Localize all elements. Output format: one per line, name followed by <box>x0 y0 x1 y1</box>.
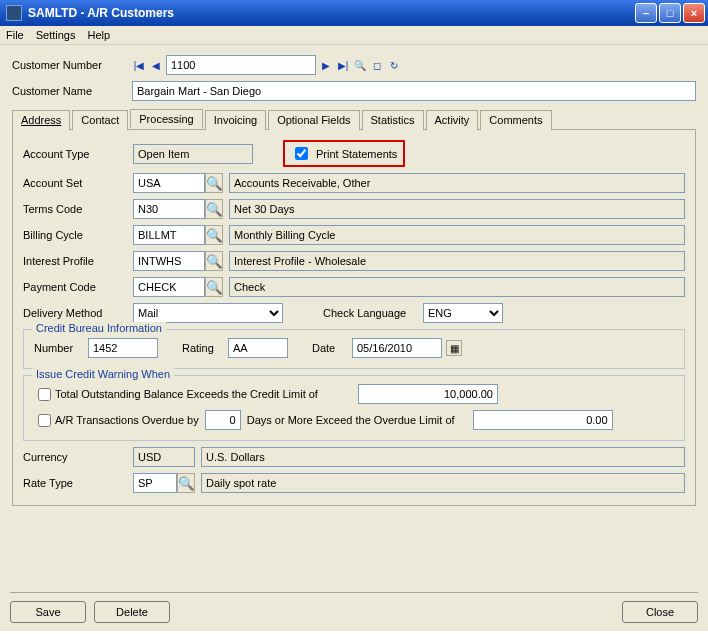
print-statements-label: Print Statements <box>316 148 397 160</box>
interest-profile-label: Interest Profile <box>23 255 133 267</box>
payment-code-finder-icon[interactable]: 🔍 <box>205 277 223 297</box>
currency-label: Currency <box>23 451 133 463</box>
finder-icon[interactable]: 🔍 <box>353 58 367 72</box>
tab-strip: Address Contact Processing Invoicing Opt… <box>12 109 696 130</box>
menu-file[interactable]: File <box>6 29 24 41</box>
overdue-checkbox[interactable] <box>38 414 51 427</box>
customer-number-row: Customer Number |◀ ◀ ▶ ▶| 🔍 ◻ ↻ <box>12 55 696 75</box>
account-type-field[interactable] <box>133 144 253 164</box>
nav-prev-icon[interactable]: ◀ <box>149 58 163 72</box>
terms-code-desc <box>229 199 685 219</box>
customer-name-input[interactable] <box>132 81 696 101</box>
credit-bureau-group: Credit Bureau Information Number Rating … <box>23 329 685 369</box>
button-bar: Save Delete Close <box>10 592 698 623</box>
account-set-finder-icon[interactable]: 🔍 <box>205 173 223 193</box>
nav-next-icon[interactable]: ▶ <box>319 58 333 72</box>
tab-invoicing[interactable]: Invoicing <box>205 110 266 130</box>
billing-cycle-label: Billing Cycle <box>23 229 133 241</box>
menu-settings[interactable]: Settings <box>36 29 76 41</box>
billing-cycle-input[interactable] <box>133 225 205 245</box>
currency-input <box>133 447 195 467</box>
app-icon <box>6 5 22 21</box>
bureau-number-label: Number <box>34 342 88 354</box>
delivery-method-label: Delivery Method <box>23 307 133 319</box>
credit-warning-group: Issue Credit Warning When Total Outstand… <box>23 375 685 441</box>
credit-warning-legend: Issue Credit Warning When <box>32 368 174 380</box>
window-title: SAMLTD - A/R Customers <box>28 6 635 20</box>
check-language-label: Check Language <box>323 307 423 319</box>
overdue-suffix-label: Days or More Exceed the Overdue Limit of <box>247 414 455 426</box>
customer-name-row: Customer Name <box>12 81 696 101</box>
print-statements-highlight: Print Statements <box>283 140 405 167</box>
rate-type-label: Rate Type <box>23 477 133 489</box>
refresh-icon[interactable]: ↻ <box>387 58 401 72</box>
close-window-button[interactable]: × <box>683 3 705 23</box>
billing-cycle-desc <box>229 225 685 245</box>
tab-address[interactable]: Address <box>12 110 70 130</box>
tab-processing[interactable]: Processing <box>130 109 202 129</box>
bureau-date-input[interactable] <box>352 338 442 358</box>
credit-bureau-legend: Credit Bureau Information <box>32 322 166 334</box>
overdue-limit-input[interactable] <box>473 410 613 430</box>
overdue-prefix-label: A/R Transactions Overdue by <box>55 414 199 426</box>
calendar-icon[interactable]: ▦ <box>446 340 462 356</box>
billing-cycle-finder-icon[interactable]: 🔍 <box>205 225 223 245</box>
tab-optional-fields[interactable]: Optional Fields <box>268 110 359 130</box>
client-area: Customer Number |◀ ◀ ▶ ▶| 🔍 ◻ ↻ Customer… <box>0 45 708 631</box>
processing-page: Account Type Print Statements Account Se… <box>12 130 696 506</box>
customer-number-input[interactable] <box>166 55 316 75</box>
bureau-date-label: Date <box>312 342 352 354</box>
account-set-input[interactable] <box>133 173 205 193</box>
payment-code-label: Payment Code <box>23 281 133 293</box>
check-language-select[interactable]: ENG <box>423 303 503 323</box>
nav-last-icon[interactable]: ▶| <box>336 58 350 72</box>
payment-code-desc <box>229 277 685 297</box>
save-button[interactable]: Save <box>10 601 86 623</box>
bureau-number-input[interactable] <box>88 338 158 358</box>
minimize-button[interactable]: – <box>635 3 657 23</box>
terms-code-finder-icon[interactable]: 🔍 <box>205 199 223 219</box>
interest-profile-finder-icon[interactable]: 🔍 <box>205 251 223 271</box>
nav-first-icon[interactable]: |◀ <box>132 58 146 72</box>
balance-exceeds-label: Total Outstanding Balance Exceeds the Cr… <box>55 388 318 400</box>
delivery-method-select[interactable]: Mail <box>133 303 283 323</box>
terms-code-input[interactable] <box>133 199 205 219</box>
customer-number-label: Customer Number <box>12 59 132 71</box>
terms-code-label: Terms Code <box>23 203 133 215</box>
overdue-days-input[interactable] <box>205 410 241 430</box>
close-button[interactable]: Close <box>622 601 698 623</box>
tab-comments[interactable]: Comments <box>480 110 551 130</box>
tab-contact[interactable]: Contact <box>72 110 128 130</box>
currency-desc <box>201 447 685 467</box>
balance-limit-input[interactable] <box>358 384 498 404</box>
interest-profile-desc <box>229 251 685 271</box>
tab-activity[interactable]: Activity <box>426 110 479 130</box>
interest-profile-input[interactable] <box>133 251 205 271</box>
customer-name-label: Customer Name <box>12 85 132 97</box>
title-bar: SAMLTD - A/R Customers – □ × <box>0 0 708 26</box>
rate-type-desc <box>201 473 685 493</box>
payment-code-input[interactable] <box>133 277 205 297</box>
rate-type-finder-icon[interactable]: 🔍 <box>177 473 195 493</box>
account-set-label: Account Set <box>23 177 133 189</box>
bureau-rating-label: Rating <box>182 342 228 354</box>
tab-statistics[interactable]: Statistics <box>362 110 424 130</box>
balance-exceeds-checkbox[interactable] <box>38 388 51 401</box>
new-icon[interactable]: ◻ <box>370 58 384 72</box>
account-type-label: Account Type <box>23 148 133 160</box>
bureau-rating-input[interactable] <box>228 338 288 358</box>
account-set-desc <box>229 173 685 193</box>
maximize-button[interactable]: □ <box>659 3 681 23</box>
delete-button[interactable]: Delete <box>94 601 170 623</box>
menu-bar: File Settings Help <box>0 26 708 45</box>
rate-type-input[interactable] <box>133 473 177 493</box>
print-statements-checkbox[interactable] <box>295 147 308 160</box>
menu-help[interactable]: Help <box>87 29 110 41</box>
